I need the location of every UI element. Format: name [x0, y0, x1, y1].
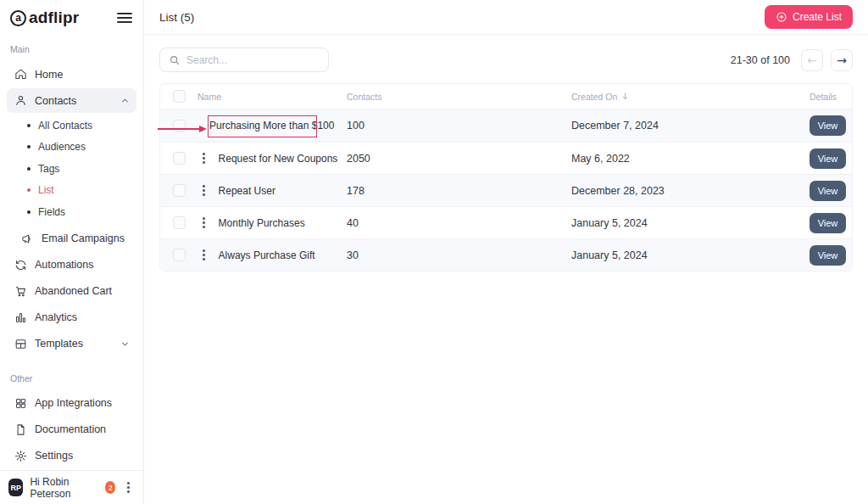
section-label-other: Other: [10, 373, 133, 384]
bullet-icon: [27, 210, 31, 214]
avatar[interactable]: RP: [8, 479, 23, 496]
page-title: List (5): [159, 11, 194, 24]
lists-table: Name Contacts Created On Details Purchas…: [159, 83, 853, 272]
plus-circle-icon: [776, 11, 787, 23]
sidebar-item-audiences[interactable]: Audiences: [7, 137, 136, 159]
row-checkbox[interactable]: [173, 120, 186, 132]
sidebar-item-label: Tags: [38, 163, 59, 175]
topbar: List (5) Create List: [144, 0, 868, 35]
sort-descending-icon[interactable]: [620, 92, 630, 101]
section-label-main: Main: [10, 44, 133, 54]
list-name[interactable]: Request for New Coupons: [219, 153, 338, 165]
app-grid-icon: [14, 396, 27, 410]
table-row[interactable]: Purchasing More than $100 100 December 7…: [160, 109, 852, 142]
contacts-count: 100: [347, 120, 571, 132]
user-row: RP Hi Robin Peterson 2: [0, 470, 143, 504]
sidebar-item-app-integrations[interactable]: App Integrations: [7, 391, 136, 416]
search-box: [159, 48, 329, 72]
sidebar-item-label: Home: [35, 69, 63, 81]
sidebar-item-automations[interactable]: Automations: [7, 253, 136, 277]
prev-page-button[interactable]: ←: [801, 49, 823, 71]
pagination-range: 21-30 of 100: [731, 54, 790, 66]
row-kebab-icon[interactable]: [198, 182, 210, 198]
sidebar-item-label: Fields: [38, 206, 65, 218]
sidebar-item-label: Abandoned Cart: [35, 285, 112, 297]
sidebar-nav: Main Home Contacts All Contacts: [0, 36, 143, 470]
sidebar-item-analytics[interactable]: Analytics: [7, 305, 136, 330]
sidebar-item-all-contacts[interactable]: All Contacts: [7, 115, 136, 137]
sidebar-item-home[interactable]: Home: [7, 62, 136, 87]
contacts-count: 40: [347, 217, 571, 229]
table-row[interactable]: Monthly Purchases 40 January 5, 2024 Vie…: [160, 206, 852, 238]
column-header-contacts[interactable]: Contacts: [347, 92, 571, 102]
created-date: May 6, 2022: [571, 153, 798, 165]
adflipr-logo[interactable]: a adflipr: [10, 8, 79, 27]
adflipr-logo-icon: a: [10, 10, 26, 26]
table-row[interactable]: Request for New Coupons 2050 May 6, 2022…: [160, 142, 852, 174]
view-button[interactable]: View: [810, 181, 846, 201]
sidebar-item-abandoned-cart[interactable]: Abandoned Cart: [7, 279, 136, 304]
row-kebab-icon[interactable]: [198, 215, 210, 230]
notification-badge[interactable]: 2: [105, 481, 115, 494]
row-checkbox[interactable]: [173, 249, 186, 261]
row-checkbox[interactable]: [173, 216, 186, 229]
sidebar-item-templates[interactable]: Templates: [7, 332, 136, 356]
sidebar-item-label: List: [38, 184, 54, 196]
next-page-button[interactable]: →: [831, 49, 853, 71]
toolbar: 21-30 of 100 ← →: [144, 35, 868, 83]
row-checkbox[interactable]: [173, 184, 186, 197]
column-header-name[interactable]: Name: [198, 92, 347, 102]
view-button[interactable]: View: [810, 115, 846, 136]
search-input[interactable]: [186, 54, 320, 66]
hamburger-menu-icon[interactable]: [116, 11, 133, 25]
brand-name: adflipr: [29, 8, 79, 27]
user-greeting: Hi Robin Peterson: [30, 476, 98, 500]
main-content: List (5) Create List 21-30 of 100 ← →: [144, 0, 868, 504]
list-name[interactable]: Purchasing More than $100: [209, 120, 334, 132]
sidebar: a adflipr Main Home Contacts: [0, 0, 144, 504]
sidebar-item-fields[interactable]: Fields: [7, 201, 136, 223]
search-icon: [169, 54, 181, 66]
list-name[interactable]: Monthly Purchases: [219, 217, 305, 229]
view-button[interactable]: View: [810, 245, 846, 266]
gear-icon: [14, 449, 27, 462]
sidebar-item-label: Contacts: [35, 95, 76, 107]
list-name[interactable]: Repeat User: [219, 185, 275, 197]
bar-chart-icon: [14, 311, 27, 324]
select-all-checkbox[interactable]: [173, 90, 186, 103]
table-row[interactable]: Repeat User 178 December 28, 2023 View: [160, 174, 852, 206]
contacts-count: 30: [347, 249, 571, 261]
sidebar-item-settings[interactable]: Settings: [7, 444, 136, 468]
sidebar-item-label: Templates: [35, 338, 83, 350]
row-kebab-icon[interactable]: [198, 150, 210, 165]
sidebar-item-label: Audiences: [38, 141, 86, 153]
created-date: December 28, 2023: [571, 185, 798, 197]
row-checkbox[interactable]: [173, 152, 186, 165]
sidebar-item-contacts[interactable]: Contacts: [7, 88, 136, 113]
view-button[interactable]: View: [810, 213, 846, 233]
sidebar-item-label: Automations: [35, 259, 93, 271]
create-list-label: Create List: [793, 11, 842, 23]
sidebar-item-documentation[interactable]: Documentation: [7, 417, 136, 442]
table-row[interactable]: Always Purchase Gift 30 January 5, 2024 …: [160, 238, 852, 271]
column-header-details: Details: [798, 92, 852, 102]
automation-sync-icon: [14, 258, 27, 272]
user-menu-kebab-icon[interactable]: [122, 479, 135, 495]
sidebar-item-tags[interactable]: Tags: [7, 158, 136, 180]
chevron-down-icon: [120, 339, 130, 349]
bullet-icon: [27, 145, 31, 148]
document-icon: [14, 423, 27, 436]
sidebar-item-email-campaigns[interactable]: Email Campaigns: [7, 227, 136, 251]
logo-row: a adflipr: [0, 0, 143, 36]
view-button[interactable]: View: [810, 148, 846, 169]
column-header-created[interactable]: Created On: [571, 92, 798, 102]
create-list-button[interactable]: Create List: [765, 5, 853, 29]
created-date: January 5, 2024: [571, 249, 798, 261]
row-kebab-icon[interactable]: [198, 247, 210, 262]
sidebar-item-label: Email Campaigns: [42, 232, 125, 244]
contacts-count: 178: [347, 185, 571, 197]
created-date: January 5, 2024: [571, 217, 798, 229]
cart-icon: [14, 284, 27, 298]
list-name[interactable]: Always Purchase Gift: [219, 249, 315, 261]
sidebar-item-list[interactable]: List: [7, 180, 136, 202]
